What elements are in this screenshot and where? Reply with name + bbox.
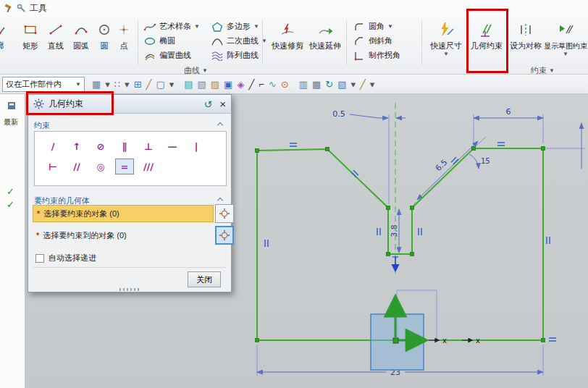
profile-tool-icon[interactable]: ⌐ bbox=[259, 80, 264, 89]
make-symmetric-button[interactable]: 设为对称 bbox=[508, 18, 543, 51]
dropdown-arrow-icon[interactable]: ▾ bbox=[169, 80, 175, 89]
select-target-picker-button[interactable] bbox=[215, 226, 234, 245]
vertex-points[interactable] bbox=[256, 147, 545, 342]
selection-rectangle-icon[interactable]: ▢ bbox=[156, 80, 164, 89]
shading-icon[interactable]: ▩ bbox=[312, 80, 321, 89]
shaded-cube-icon[interactable]: ▨ bbox=[211, 80, 219, 89]
profile-icon bbox=[0, 18, 7, 41]
edit-pencil-icon[interactable]: ╱ bbox=[360, 80, 366, 89]
dropdown-arrow-icon[interactable]: ▾ bbox=[370, 80, 375, 89]
line-button[interactable]: 直线 bbox=[43, 18, 68, 51]
profile-button[interactable]: 廓 bbox=[0, 18, 13, 51]
select-object-picker-button[interactable] bbox=[215, 204, 234, 223]
circle-button[interactable]: 圆 bbox=[94, 18, 114, 51]
fillet-button[interactable]: 圆角 ▼ bbox=[352, 20, 393, 33]
blue-cube-icon[interactable]: ▣ bbox=[224, 80, 232, 89]
select-object-to-constrain-row[interactable]: * 选择要约束的对象 (0) bbox=[33, 205, 214, 222]
dropdown-arrow-icon[interactable]: ▼ bbox=[253, 23, 259, 30]
csys-icon[interactable]: ◈ bbox=[237, 80, 244, 89]
ellipse-button[interactable]: 椭圆 bbox=[143, 34, 175, 48]
point-button[interactable]: 点 bbox=[114, 18, 133, 51]
arc-button[interactable]: 圆弧 bbox=[68, 18, 94, 51]
perpendicular-icon[interactable]: ⊥ bbox=[139, 138, 158, 154]
panel-icon[interactable] bbox=[7, 101, 16, 110]
display-sketch-constraints-button[interactable]: 显示草图约束 ▼ bbox=[543, 18, 588, 58]
rapid-dimension-button[interactable]: 快速尺寸 ▼ bbox=[427, 18, 465, 58]
make-symmetric-label: 设为对称 bbox=[510, 41, 542, 51]
rectangle-label: 矩形 bbox=[22, 41, 38, 51]
selection-scope-dropdown[interactable]: 仅在工作部件内 ▼ bbox=[2, 77, 85, 92]
offset-curve-button[interactable]: 偏置曲线 bbox=[143, 48, 191, 62]
dropdown-arrow-icon: ▼ bbox=[75, 81, 81, 88]
dropdown-arrow-icon[interactable]: ▼ bbox=[387, 23, 393, 30]
dropdown-arrow-icon[interactable]: ▼ bbox=[194, 23, 200, 30]
spline-tool-icon[interactable]: ∿ bbox=[269, 80, 277, 89]
dropdown-arrow-icon[interactable]: ▾ bbox=[125, 80, 130, 89]
collinear-icon[interactable]: ∕∕ bbox=[67, 159, 86, 174]
pattern-curve-button[interactable]: 阵列曲线 bbox=[210, 48, 259, 62]
dialog-title: 几何约束 bbox=[49, 98, 200, 110]
make-corner-button[interactable]: 制作拐角 bbox=[352, 48, 400, 62]
sketch-outline[interactable] bbox=[257, 148, 543, 340]
checkbox-unchecked[interactable] bbox=[35, 254, 44, 263]
studio-spline-button[interactable]: 艺术样条 ▼ bbox=[143, 20, 200, 33]
wireframe-cube-icon[interactable]: ▧ bbox=[198, 80, 206, 89]
hammer-icon bbox=[4, 4, 13, 13]
offset-curve-icon bbox=[143, 50, 156, 62]
quick-trim-button[interactable]: 快速修剪 bbox=[269, 18, 306, 51]
dropdown-arrow-icon[interactable]: ▾ bbox=[105, 80, 110, 89]
auto-select-progression-option[interactable]: 自动选择递进 bbox=[35, 253, 96, 263]
constraints-section-header[interactable]: 约束 bbox=[34, 119, 225, 131]
polygon-button[interactable]: 多边形 ▼ bbox=[210, 20, 259, 33]
close-icon[interactable]: × bbox=[219, 98, 226, 110]
circle-tool-icon[interactable]: ⊙ bbox=[281, 80, 289, 89]
select-object-to-constrain-to-row[interactable]: * 选择要约束到的对象 (0) bbox=[33, 227, 214, 244]
vertical-icon[interactable]: ∣ bbox=[187, 138, 206, 154]
dropdown-arrow-icon[interactable]: ▼ bbox=[443, 51, 449, 58]
constraint-symbols[interactable] bbox=[265, 143, 556, 341]
conic-button[interactable]: 二次曲线 ▼ bbox=[210, 34, 267, 48]
tab-tools[interactable]: 工具 bbox=[30, 2, 47, 14]
quick-trim-icon bbox=[280, 18, 295, 41]
pencil-icon[interactable]: ╱ bbox=[146, 80, 152, 89]
nx-sketch-window: 工具 廓 矩形 直线 圆弧 圆 点 艺术样 bbox=[0, 0, 588, 388]
dialog-titlebar[interactable]: 几何约束 ↺ × bbox=[28, 95, 231, 114]
dropdown-arrow-icon[interactable]: ▼ bbox=[563, 51, 568, 58]
close-button[interactable]: 关闭 bbox=[188, 271, 221, 287]
selection-scope-value: 仅在工作部件内 bbox=[6, 79, 62, 90]
snap-point-icon[interactable]: ∷ bbox=[114, 80, 120, 89]
coincident-icon[interactable]: ∕ bbox=[43, 138, 62, 154]
dropdown-arrow-icon[interactable]: ▾ bbox=[350, 80, 356, 89]
dimension-top-offset[interactable]: 0.5 bbox=[332, 109, 345, 119]
chevron-up-icon[interactable] bbox=[217, 198, 223, 203]
resize-grip[interactable] bbox=[119, 288, 140, 291]
point-on-curve-icon[interactable]: ↑ bbox=[67, 138, 86, 154]
horizontal-icon[interactable]: — bbox=[163, 138, 182, 154]
parallel-icon[interactable]: ∥ bbox=[115, 138, 134, 154]
tangent-icon[interactable]: ⊘ bbox=[91, 138, 110, 154]
point-dialog-icon[interactable]: ⊞ bbox=[134, 80, 142, 89]
chamfer-button[interactable]: 倒斜角 bbox=[352, 34, 392, 48]
quick-extend-button[interactable]: 快速延伸 bbox=[307, 18, 343, 51]
concentric-icon[interactable]: ◎ bbox=[91, 159, 110, 174]
datum-plane-icon[interactable]: ▤ bbox=[184, 80, 193, 89]
constraints-section-label: 约束 bbox=[34, 120, 50, 131]
rectangle-button[interactable]: 矩形 bbox=[17, 18, 43, 51]
dimension-top-right-width[interactable]: 6 bbox=[506, 107, 511, 117]
equal-length-icon[interactable]: = bbox=[115, 159, 134, 174]
dimension-slot-height[interactable]: 3.8 bbox=[390, 224, 399, 237]
small-cube-icon[interactable]: ▧ bbox=[337, 80, 346, 89]
refresh-icon[interactable]: ↻ bbox=[325, 80, 333, 89]
line-tool-icon[interactable]: ╱ bbox=[248, 80, 254, 89]
dimension-angle[interactable]: 15 bbox=[481, 157, 490, 165]
reset-icon[interactable]: ↺ bbox=[204, 98, 213, 110]
render-style-icon[interactable]: ▥ bbox=[299, 80, 308, 89]
sketch-origin-point[interactable] bbox=[393, 338, 398, 343]
geometric-constraints-icon bbox=[478, 18, 495, 41]
view-menu-icon[interactable]: ▦ bbox=[92, 80, 101, 89]
chevron-up-icon[interactable] bbox=[217, 122, 223, 128]
equal-radius-icon[interactable]: ∕∕∕ bbox=[139, 159, 158, 174]
midpoint-icon[interactable]: ⊢ bbox=[43, 159, 62, 174]
geometric-constraints-button[interactable]: 几何约束 bbox=[468, 18, 505, 51]
history-sidebar: 最新 ✓ ✓ bbox=[0, 94, 25, 388]
